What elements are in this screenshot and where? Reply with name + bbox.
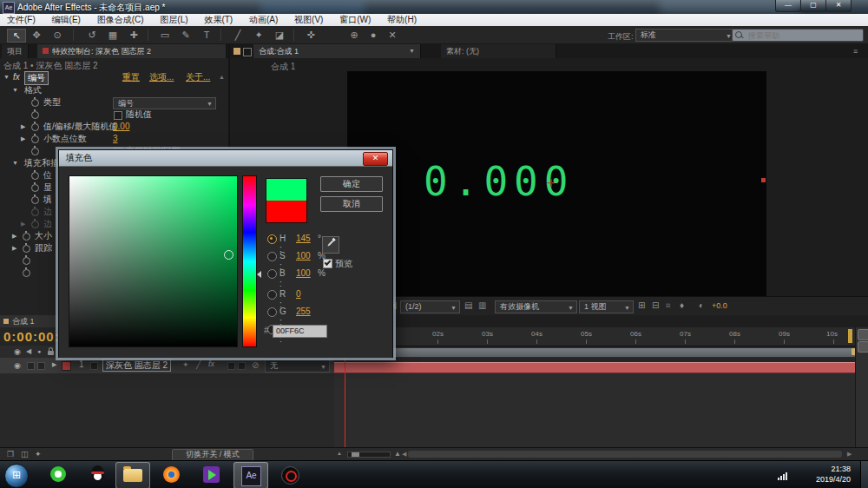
menu-view[interactable]: 视图(V) xyxy=(287,14,330,26)
red-radio[interactable] xyxy=(267,290,277,300)
fx-toggle[interactable]: fx xyxy=(208,359,214,368)
pen-tool-icon[interactable]: ✎ xyxy=(177,29,194,41)
saturation-brightness-field[interactable] xyxy=(69,175,238,347)
twirl-right-icon[interactable]: ▶ xyxy=(21,121,25,133)
exposure-value[interactable]: +0.0 xyxy=(712,301,727,310)
taskbar-item-recorder[interactable] xyxy=(273,462,306,487)
pan-behind-tool-icon[interactable]: ✚ xyxy=(125,29,142,41)
hue-value[interactable]: 145 xyxy=(296,234,311,244)
flowchart-icon[interactable]: ♦ xyxy=(680,300,684,310)
taskbar-item-qq[interactable] xyxy=(81,462,114,487)
brightness-radio[interactable] xyxy=(267,269,277,279)
parent-dropdown[interactable]: 无 ▼ xyxy=(265,359,330,373)
green-radio[interactable] xyxy=(267,307,277,317)
twirl-right-icon[interactable]: ▶ xyxy=(12,230,16,242)
pixel-aspect-icon[interactable]: ⊞ xyxy=(638,300,645,310)
hand-tool-icon[interactable]: ✥ xyxy=(28,29,45,41)
stopwatch-icon[interactable] xyxy=(31,208,39,216)
eyedropper-button[interactable] xyxy=(322,236,339,254)
chevron-down-icon[interactable]: ▼ xyxy=(409,44,415,58)
twirl-right-icon[interactable]: ▶ xyxy=(21,133,25,145)
workspace-dropdown[interactable]: 标准 ▼ xyxy=(635,29,735,42)
scroll-up-icon[interactable]: ▲ xyxy=(219,71,225,83)
frame-dropdown[interactable]: (1/2) ▼ xyxy=(400,300,460,313)
help-search[interactable] xyxy=(732,29,864,42)
group-row-format[interactable]: ▼ 格式 xyxy=(0,84,228,96)
menu-effect[interactable]: 效果(T) xyxy=(197,14,240,26)
stopwatch-icon[interactable] xyxy=(23,269,30,277)
maximize-button[interactable]: ▢ xyxy=(800,0,826,12)
twirl-right-icon[interactable]: ▶ xyxy=(12,242,16,254)
comp-minimap-button[interactable] xyxy=(858,341,868,353)
menu-edit[interactable]: 编辑(E) xyxy=(45,14,88,26)
audio-icon[interactable]: ◀ xyxy=(26,347,31,355)
motion-blur-toggle-icon[interactable]: ✦ xyxy=(35,450,42,458)
axis-world-icon[interactable]: ● xyxy=(365,29,382,41)
rotate-tool-icon[interactable]: ↺ xyxy=(83,29,101,41)
menu-composition[interactable]: 图像合成(C) xyxy=(90,14,151,26)
camera-dropdown[interactable]: 有效摄像机 ▼ xyxy=(495,300,577,313)
timeline-track-area[interactable] xyxy=(334,372,855,447)
dialog-close-button[interactable]: ✕ xyxy=(363,152,388,166)
type-dropdown[interactable]: 编号▼ xyxy=(113,97,216,109)
motion-blur-toggle[interactable] xyxy=(227,362,235,370)
axis-local-icon[interactable]: ⊕ xyxy=(345,29,363,41)
stopwatch-icon[interactable] xyxy=(31,184,39,192)
timeline-horizontal-scrollbar[interactable] xyxy=(408,451,842,458)
lock-icon[interactable] xyxy=(48,351,54,355)
stopwatch-icon[interactable] xyxy=(31,196,39,204)
network-signal-icon[interactable] xyxy=(778,472,790,480)
audio-toggle[interactable] xyxy=(27,362,35,370)
twirl-down-icon[interactable]: ▼ xyxy=(12,157,18,169)
quality-icon[interactable]: ✦ xyxy=(182,360,189,369)
selection-tool-icon[interactable]: ↖ xyxy=(7,29,26,43)
panel-menu-icon[interactable]: ≡ xyxy=(853,47,858,56)
cancel-button[interactable]: 取消 xyxy=(320,196,383,212)
layer-edge-handle[interactable] xyxy=(761,178,766,182)
scroll-right-icon[interactable]: ▶ xyxy=(847,451,852,458)
timeline-zoom-slider[interactable] xyxy=(347,452,391,458)
comp-marker-button[interactable] xyxy=(858,329,868,340)
frame-blend-toggle-icon[interactable]: ◫ xyxy=(21,450,29,458)
rulers-icon[interactable]: ▥ xyxy=(478,300,486,310)
green-value[interactable]: 255 xyxy=(296,307,311,317)
exposure-icon[interactable]: ◐ xyxy=(699,300,704,310)
red-value[interactable]: 0 xyxy=(296,289,301,300)
show-desktop-button[interactable] xyxy=(860,461,868,488)
grid-guides-icon[interactable]: ▤ xyxy=(464,300,472,310)
twirl-right-icon[interactable]: ▶ xyxy=(52,361,56,368)
twirl-right-icon[interactable]: ▶ xyxy=(21,218,25,230)
adjustment-toggle[interactable] xyxy=(238,362,246,370)
ok-button[interactable]: 确定 xyxy=(320,176,383,192)
tab-project[interactable]: 项目 xyxy=(2,44,29,58)
time-ruler[interactable]: 02s 03s 04s 05s 06s 07s 08s 09s 10s xyxy=(334,327,855,346)
hue-strip[interactable] xyxy=(242,175,257,347)
camera-tool-icon[interactable]: ▦ xyxy=(104,29,122,41)
fast-preview-icon[interactable]: ⊟ xyxy=(652,300,659,310)
saturation-value[interactable]: 100 xyxy=(296,251,311,261)
zoom-tool-icon[interactable]: ⊙ xyxy=(49,29,66,41)
color-selection-marker[interactable] xyxy=(224,250,233,260)
start-button[interactable]: ⊞ xyxy=(4,464,29,488)
menu-help[interactable]: 帮助(H) xyxy=(380,14,424,26)
eye-icon[interactable]: ◉ xyxy=(14,347,21,356)
tray-clock[interactable]: 21:38 2019/4/20 xyxy=(797,464,851,485)
composition-viewport[interactable]: 0.000 ✛ xyxy=(347,71,766,296)
twirl-down-icon[interactable]: ▼ xyxy=(12,84,18,96)
timeline-tab[interactable]: 合成 1 xyxy=(0,315,64,327)
options-link[interactable]: 选项... xyxy=(149,71,174,83)
zoom-slider-thumb[interactable] xyxy=(352,452,359,457)
hex-input[interactable]: 00FF6C xyxy=(273,325,327,338)
stopwatch-icon[interactable] xyxy=(31,172,39,180)
mask-tool-icon[interactable]: ▭ xyxy=(156,29,174,41)
puppet-pin-tool-icon[interactable]: ✜ xyxy=(302,29,319,41)
taskbar-item-media-player[interactable] xyxy=(195,462,228,487)
stopwatch-icon[interactable] xyxy=(23,257,30,265)
menu-layer[interactable]: 图层(L) xyxy=(153,14,194,26)
stopwatch-icon[interactable] xyxy=(23,245,30,253)
eraser-tool-icon[interactable]: ◪ xyxy=(271,29,288,41)
menu-animation[interactable]: 动画(A) xyxy=(242,14,285,26)
eye-icon[interactable]: ◉ xyxy=(14,361,21,370)
stopwatch-icon[interactable] xyxy=(31,221,39,228)
menu-file[interactable]: 文件(F) xyxy=(0,14,43,26)
